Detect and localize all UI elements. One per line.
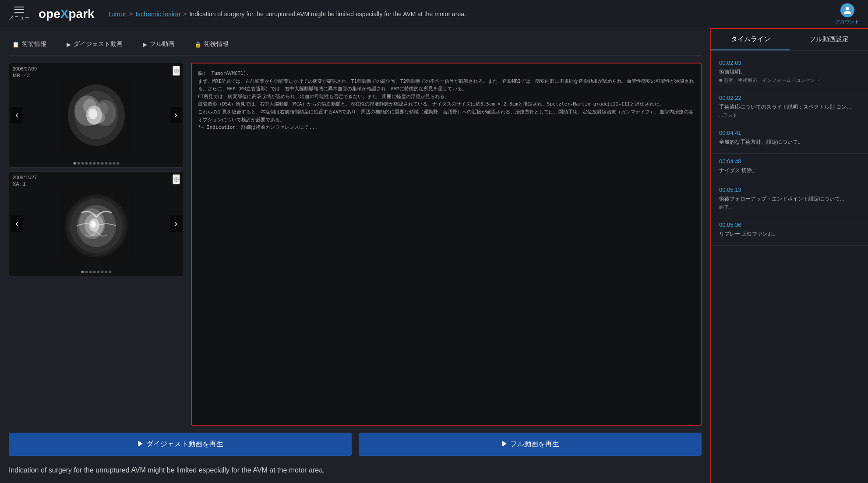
avatar bbox=[840, 3, 854, 17]
tab-preop[interactable]: 📋 術前情報 bbox=[9, 39, 50, 50]
image-mr-2: XA : 1 bbox=[13, 181, 37, 187]
image-meta-1: 2008/07/09 MR : 43 bbox=[13, 66, 37, 79]
timeline-item-3[interactable]: 00:04:48 ナイダス 切除。 bbox=[711, 154, 868, 182]
play-icon-full: ▶ bbox=[143, 41, 147, 48]
tab-preop-label: 術前情報 bbox=[22, 40, 46, 48]
tab-full-video[interactable]: ▶ フル動画 bbox=[139, 39, 178, 50]
lock-icon: 🔒 bbox=[194, 41, 201, 48]
timeline-desc-0: 術前説明。 bbox=[719, 68, 860, 76]
panels-row: 2008/07/09 MR : 43 ⊕ ‹ bbox=[9, 63, 702, 426]
header: メニュー opeXpark Tumor > Ischemic lesion > … bbox=[0, 0, 868, 28]
prev-button-1[interactable]: ‹ bbox=[11, 107, 23, 123]
breadcrumb-sep1: > bbox=[129, 10, 133, 18]
timeline-desc-4: 術後フォローアップ・エンドポイント設定について... bbox=[719, 195, 860, 203]
timeline-list: 00:02:03 術前説明。 ■ 患者、手術適応、インフォームドコンセント 00… bbox=[711, 51, 868, 483]
breadcrumb-description: Indication of surgery for the unruptured… bbox=[189, 11, 466, 18]
sidebar-right: タイムライン フル動画設定 00:02:03 術前説明。 ■ 患者、手術適応、イ… bbox=[710, 28, 868, 483]
zoom-button-2[interactable]: ⊕ bbox=[173, 174, 180, 184]
logo-x: X bbox=[60, 7, 69, 21]
account-label: アカウント bbox=[835, 18, 859, 25]
tab-postop[interactable]: 🔒 術後情報 bbox=[191, 39, 232, 50]
image-panel-2: 2008/11/27 XA : 1 ⊕ ‹ bbox=[9, 171, 184, 276]
timeline-sub-1: ...ラスト bbox=[719, 112, 860, 119]
zoom-button-1[interactable]: ⊕ bbox=[173, 66, 180, 76]
account-button[interactable]: アカウント bbox=[835, 3, 859, 25]
timeline-sub-4: 終了。 bbox=[719, 204, 860, 211]
image-date-2: 2008/11/27 bbox=[13, 174, 37, 181]
hamburger-icon bbox=[14, 7, 24, 13]
menu-label: メニュー bbox=[9, 14, 30, 21]
breadcrumb-ischemic[interactable]: Ischemic lesion bbox=[135, 10, 180, 18]
tab-postop-label: 術後情報 bbox=[204, 40, 229, 48]
breadcrumb-sep2: > bbox=[183, 10, 187, 18]
image-panels: 2008/07/09 MR : 43 ⊕ ‹ bbox=[9, 63, 184, 426]
clipboard-icon: 📋 bbox=[12, 41, 19, 48]
image-panel-1: 2008/07/09 MR : 43 ⊕ ‹ bbox=[9, 63, 184, 168]
image-dots-1 bbox=[74, 162, 120, 165]
image-dots-2 bbox=[81, 271, 112, 273]
timeline-time-4: 00:05:13 bbox=[719, 187, 860, 193]
breadcrumb: Tumor > Ischemic lesion > Indication of … bbox=[108, 10, 466, 18]
timeline-item-0[interactable]: 00:02:03 術前説明。 ■ 患者、手術適応、インフォームドコンセント bbox=[711, 55, 868, 90]
tab-full-label: フル動画 bbox=[150, 40, 174, 48]
brain-scan-svg-1 bbox=[61, 80, 131, 150]
tabs-bar: 📋 術前情報 ▶ ダイジェスト動画 ▶ フル動画 🔒 術後情報 bbox=[9, 35, 702, 56]
play-full-button[interactable]: ▶ フル動画を再生 bbox=[359, 433, 702, 456]
tab-video-settings[interactable]: フル動画設定 bbox=[790, 29, 868, 50]
sidebar-tabs: タイムライン フル動画設定 bbox=[711, 29, 868, 51]
tab-digest[interactable]: ▶ ダイジェスト動画 bbox=[63, 39, 126, 50]
timeline-time-1: 00:02:22 bbox=[719, 95, 860, 101]
timeline-desc-3: ナイダス 切除。 bbox=[719, 166, 860, 174]
next-button-2[interactable]: › bbox=[170, 215, 182, 232]
timeline-sub-0: ■ 患者、手術適応、インフォームドコンセント bbox=[719, 77, 860, 84]
logo-ope: ope bbox=[39, 7, 60, 21]
tab-timeline[interactable]: タイムライン bbox=[711, 29, 790, 50]
next-button-1[interactable]: › bbox=[170, 107, 182, 123]
timeline-time-2: 00:04:41 bbox=[719, 130, 860, 136]
logo: opeXpark bbox=[39, 7, 95, 21]
menu-button[interactable]: メニュー bbox=[9, 7, 30, 21]
svg-point-9 bbox=[88, 109, 97, 119]
svg-point-19 bbox=[91, 221, 96, 228]
image-meta-2: 2008/11/27 XA : 1 bbox=[13, 174, 37, 188]
main-layout: 📋 術前情報 ▶ ダイジェスト動画 ▶ フル動画 🔒 術後情報 bbox=[0, 28, 868, 483]
timeline-item-1[interactable]: 00:02:22 手術適応についてのスライド説明：スペクトル別 コン... ..… bbox=[711, 90, 868, 125]
timeline-item-4[interactable]: 00:05:13 術後フォローアップ・エンドポイント設定について... 終了。 bbox=[711, 182, 868, 217]
timeline-item-5[interactable]: 00:05:36 リプレー 上映ファンお。 bbox=[711, 217, 868, 246]
breadcrumb-tumor[interactable]: Tumor bbox=[108, 10, 127, 18]
logo-park: park bbox=[68, 7, 94, 21]
timeline-time-3: 00:04:48 bbox=[719, 158, 860, 165]
timeline-desc-1: 手術適応についてのスライド説明：スペクトル別 コン... bbox=[719, 103, 860, 111]
timeline-desc-5: リプレー 上映ファンお。 bbox=[719, 230, 860, 238]
tab-digest-label: ダイジェスト動画 bbox=[74, 40, 123, 48]
note-text: 脳; 'TumorAVMCT1). まず、MRI所見では、右前頭葉から側頭葉にか… bbox=[198, 70, 695, 131]
timeline-time-0: 00:02:03 bbox=[719, 60, 860, 66]
prev-button-2[interactable]: ‹ bbox=[11, 215, 23, 232]
description-text: Indication of surgery for the unruptured… bbox=[9, 465, 403, 476]
play-digest-button[interactable]: ▶ ダイジェスト動画を再生 bbox=[9, 433, 352, 456]
play-buttons: ▶ ダイジェスト動画を再生 ▶ フル動画を再生 bbox=[9, 433, 702, 456]
content-area: 📋 術前情報 ▶ ダイジェスト動画 ▶ フル動画 🔒 術後情報 bbox=[0, 28, 710, 483]
timeline-desc-2: 全般的な手術方針、設定について。 bbox=[719, 138, 860, 146]
brain-scan-svg-2 bbox=[59, 187, 134, 261]
play-icon-digest: ▶ bbox=[67, 41, 71, 48]
image-date-1: 2008/07/09 bbox=[13, 66, 37, 72]
timeline-time-5: 00:05:36 bbox=[719, 222, 860, 228]
timeline-item-2[interactable]: 00:04:41 全般的な手術方針、設定について。 bbox=[711, 125, 868, 154]
image-mr-1: MR : 43 bbox=[13, 72, 37, 79]
note-panel: 脳; 'TumorAVMCT1). まず、MRI所見では、右前頭葉から側頭葉にか… bbox=[191, 63, 702, 426]
